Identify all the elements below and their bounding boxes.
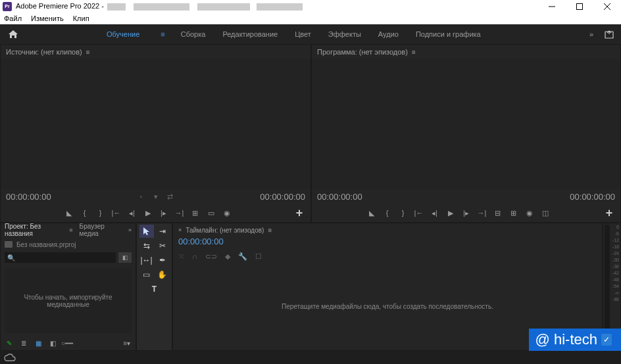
play-icon[interactable]: ▶ xyxy=(445,207,457,219)
snap-icon[interactable]: ⁙ xyxy=(178,252,184,261)
source-timecode-dur: 00:00:00:00 xyxy=(260,192,305,202)
mark-in-icon[interactable]: ◣ xyxy=(366,207,378,219)
minimize-button[interactable] xyxy=(538,0,566,12)
source-timecode-in[interactable]: 00:00:00:00 xyxy=(6,192,51,202)
half-icon[interactable]: ▾ xyxy=(151,192,161,201)
search-filter-icon[interactable]: ◧ xyxy=(118,252,132,263)
export-frame-icon[interactable]: ◉ xyxy=(221,207,233,219)
go-out-icon[interactable]: →| xyxy=(476,207,488,219)
add-button-icon[interactable]: + xyxy=(293,207,305,219)
project-search-input[interactable] xyxy=(5,252,116,263)
play-icon[interactable]: ▶ xyxy=(142,207,154,219)
brace-close-icon[interactable]: } xyxy=(95,207,107,219)
program-viewer[interactable] xyxy=(312,59,620,189)
vk-icon: ✓ xyxy=(601,334,612,346)
workspace-audio[interactable]: Аудио xyxy=(377,28,400,40)
project-panel: Проект: Без названия ≡ Браузер медиа » Б… xyxy=(0,223,136,351)
window-titlebar: Pr Adobe Premiere Pro 2022 - xyxy=(0,0,621,12)
panel-menu-icon[interactable]: ≡ xyxy=(412,49,416,56)
go-out-icon[interactable]: →| xyxy=(174,207,186,219)
lift-icon[interactable]: ⊟ xyxy=(492,207,504,219)
close-tab-icon[interactable]: × xyxy=(178,227,182,233)
swap-icon[interactable]: ⇄ xyxy=(166,192,175,201)
tools-panel: ⇥ ⇆ ✂ |↔| ✒ ▭ ✋ T xyxy=(136,223,172,351)
export-icon[interactable] xyxy=(604,30,614,39)
sort-icon[interactable]: ≡▾ xyxy=(122,338,132,348)
tab-media-browser[interactable]: Браузер медиа xyxy=(80,223,122,237)
tab-project[interactable]: Проект: Без названия xyxy=(5,223,65,237)
menubar: Файл Изменить Клип xyxy=(0,12,621,24)
workspace-graphics[interactable]: Подписи и графика xyxy=(414,28,482,40)
panel-menu-icon[interactable]: ≡ xyxy=(86,49,90,56)
workspace-assembly[interactable]: Сборка xyxy=(180,28,207,40)
go-in-icon[interactable]: |← xyxy=(413,207,425,219)
panel-menu-icon[interactable]: ≡ xyxy=(69,227,72,233)
list-view-icon[interactable]: ≣ xyxy=(19,338,28,348)
insert-icon[interactable]: ⊞ xyxy=(189,207,201,219)
more-workspaces-button[interactable]: » xyxy=(589,30,593,38)
import-hint[interactable]: Чтобы начать, импортируйте медиаданные xyxy=(5,268,132,333)
step-back-icon[interactable]: ◂| xyxy=(429,207,441,219)
timeline-timecode[interactable]: 00:00:00:00 xyxy=(173,237,602,250)
hand-tool-icon[interactable]: ✋ xyxy=(155,268,170,281)
wrench-icon[interactable]: 🔧 xyxy=(238,252,247,261)
link-icon[interactable]: ⊂⊃ xyxy=(205,252,217,261)
pen-tool-icon[interactable]: ✒ xyxy=(155,254,170,267)
step-fwd-icon[interactable]: |▸ xyxy=(460,207,472,219)
rectangle-tool-icon[interactable]: ▭ xyxy=(139,268,154,281)
workspace-bar: Обучение ≡ Сборка Редактирование Цвет Эф… xyxy=(0,24,621,44)
workspace-editing[interactable]: Редактирование xyxy=(221,28,279,40)
workspace-effects[interactable]: Эффекты xyxy=(327,28,362,40)
zoom-slider[interactable]: ○━━ xyxy=(62,338,72,348)
statusbar xyxy=(0,351,621,364)
maximize-button[interactable] xyxy=(566,0,593,12)
program-timecode-in[interactable]: 00:00:00:00 xyxy=(317,192,362,202)
workspace-color[interactable]: Цвет xyxy=(293,28,312,40)
program-panel-title: Программа: (нет эпизодов) xyxy=(317,48,408,56)
pen-icon[interactable]: ✎ xyxy=(5,338,14,348)
marker-icon[interactable]: ◆ xyxy=(225,252,230,261)
window-title: Adobe Premiere Pro 2022 - xyxy=(16,2,538,11)
workspace-learning[interactable]: Обучение xyxy=(105,28,141,40)
folder-icon xyxy=(5,241,12,248)
selection-tool-icon[interactable] xyxy=(139,225,154,238)
svg-rect-1 xyxy=(577,3,583,9)
overwrite-icon[interactable]: ▭ xyxy=(205,207,217,219)
compare-icon[interactable]: ◫ xyxy=(539,207,551,219)
creative-cloud-icon[interactable] xyxy=(4,353,16,361)
program-monitor-panel: Программа: (нет эпизодов) ≡ 00:00:00:00 … xyxy=(311,44,621,223)
type-tool-icon[interactable]: T xyxy=(147,283,162,296)
step-back-icon[interactable]: ◂| xyxy=(126,207,138,219)
export-frame-icon[interactable]: ◉ xyxy=(524,207,535,219)
brace-close-icon[interactable]: } xyxy=(397,207,409,219)
chevron-right-icon[interactable]: » xyxy=(128,227,132,233)
mark-in-icon[interactable]: ◣ xyxy=(63,207,75,219)
step-fwd-icon[interactable]: |▸ xyxy=(158,207,170,219)
brace-open-icon[interactable]: { xyxy=(382,207,393,219)
app-icon: Pr xyxy=(3,2,12,11)
add-button-icon[interactable]: + xyxy=(603,207,615,219)
icon-view-icon[interactable]: ▦ xyxy=(34,338,43,348)
freeform-view-icon[interactable]: ◧ xyxy=(48,338,57,348)
source-viewer[interactable] xyxy=(1,59,310,189)
hamburger-icon[interactable]: ≡ xyxy=(161,30,164,38)
fit-icon[interactable]: ▫ xyxy=(137,192,146,201)
razor-icon[interactable]: ✂ xyxy=(155,239,170,252)
watermark: @ hi-tech ✓ xyxy=(529,329,621,351)
track-select-icon[interactable]: ⇥ xyxy=(155,225,170,238)
go-in-icon[interactable]: |← xyxy=(111,207,122,219)
cc-icon[interactable]: ☐ xyxy=(255,252,262,261)
magnet-icon[interactable]: ∩ xyxy=(192,252,197,260)
menu-clip[interactable]: Клип xyxy=(73,14,89,22)
panel-menu-icon[interactable]: ≡ xyxy=(268,227,272,234)
home-button[interactable] xyxy=(7,28,20,41)
timeline-title: Таймлайн: (нет эпизодов) xyxy=(186,227,264,234)
extract-icon[interactable]: ⊞ xyxy=(508,207,520,219)
menu-file[interactable]: Файл xyxy=(4,14,22,22)
menu-edit[interactable]: Изменить xyxy=(31,14,64,22)
close-button[interactable] xyxy=(593,0,621,12)
brace-open-icon[interactable]: { xyxy=(79,207,91,219)
ripple-edit-icon[interactable]: ⇆ xyxy=(139,239,154,252)
slip-icon[interactable]: |↔| xyxy=(139,254,154,267)
watermark-text: hi-tech xyxy=(554,331,597,348)
